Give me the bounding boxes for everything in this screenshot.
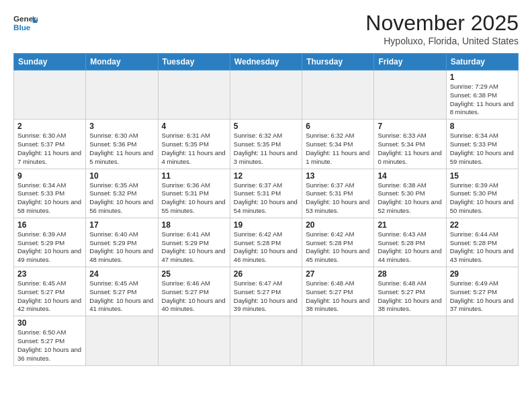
month-title: November 2025 [365, 11, 519, 36]
page: General Blue November 2025 Hypoluxo, Flo… [0, 0, 532, 373]
day-info: Sunrise: 6:42 AM Sunset: 5:28 PM Dayligh… [306, 230, 370, 265]
calendar-table: SundayMondayTuesdayWednesdayThursdayFrid… [13, 53, 519, 366]
day-info: Sunrise: 6:30 AM Sunset: 5:37 PM Dayligh… [17, 132, 82, 166]
calendar-cell: 29Sunrise: 6:49 AM Sunset: 5:27 PM Dayli… [446, 267, 518, 316]
day-info: Sunrise: 6:39 AM Sunset: 5:30 PM Dayligh… [450, 181, 515, 216]
calendar-cell [158, 71, 230, 120]
calendar-cell [14, 71, 86, 120]
day-info: Sunrise: 6:48 AM Sunset: 5:27 PM Dayligh… [378, 279, 442, 314]
day-number: 11 [162, 171, 226, 181]
calendar-cell: 19Sunrise: 6:42 AM Sunset: 5:28 PM Dayli… [230, 218, 302, 267]
day-number: 19 [234, 220, 298, 230]
day-number: 6 [306, 122, 370, 131]
calendar-cell: 16Sunrise: 6:39 AM Sunset: 5:29 PM Dayli… [14, 218, 86, 267]
calendar-cell: 9Sunrise: 6:34 AM Sunset: 5:33 PM Daylig… [14, 169, 86, 218]
day-info: Sunrise: 6:44 AM Sunset: 5:28 PM Dayligh… [450, 230, 515, 265]
calendar-cell [230, 316, 302, 365]
calendar-cell: 10Sunrise: 6:35 AM Sunset: 5:32 PM Dayli… [86, 169, 158, 218]
title-block: November 2025 Hypoluxo, Florida, United … [365, 11, 519, 46]
svg-text:Blue: Blue [13, 23, 31, 32]
logo: General Blue [13, 11, 38, 35]
day-info: Sunrise: 6:48 AM Sunset: 5:27 PM Dayligh… [306, 279, 370, 314]
calendar-week-row: 30Sunrise: 6:50 AM Sunset: 5:27 PM Dayli… [14, 316, 519, 365]
day-number: 4 [162, 122, 226, 131]
day-number: 13 [306, 171, 370, 181]
day-number: 15 [450, 171, 515, 181]
day-number: 12 [234, 171, 298, 181]
day-number: 25 [162, 269, 226, 279]
calendar-cell: 15Sunrise: 6:39 AM Sunset: 5:30 PM Dayli… [446, 169, 518, 218]
day-info: Sunrise: 6:49 AM Sunset: 5:27 PM Dayligh… [450, 279, 515, 314]
day-info: Sunrise: 6:43 AM Sunset: 5:28 PM Dayligh… [378, 230, 442, 265]
day-number: 17 [89, 220, 154, 230]
calendar-cell [86, 316, 158, 365]
logo-icon: General Blue [13, 11, 38, 35]
calendar-cell [302, 71, 374, 120]
weekday-header-sunday: Sunday [14, 54, 86, 71]
calendar-cell: 26Sunrise: 6:47 AM Sunset: 5:27 PM Dayli… [230, 267, 302, 316]
day-number: 16 [17, 220, 82, 230]
calendar-week-row: 23Sunrise: 6:45 AM Sunset: 5:27 PM Dayli… [14, 267, 519, 316]
calendar-week-row: 2Sunrise: 6:30 AM Sunset: 5:37 PM Daylig… [14, 120, 519, 169]
location-subtitle: Hypoluxo, Florida, United States [365, 36, 519, 46]
day-number: 26 [234, 269, 298, 279]
weekday-header-thursday: Thursday [302, 54, 374, 71]
header: General Blue November 2025 Hypoluxo, Flo… [13, 11, 519, 46]
day-info: Sunrise: 6:42 AM Sunset: 5:28 PM Dayligh… [234, 230, 298, 265]
day-info: Sunrise: 6:50 AM Sunset: 5:27 PM Dayligh… [17, 328, 82, 363]
day-info: Sunrise: 6:40 AM Sunset: 5:29 PM Dayligh… [89, 230, 154, 265]
calendar-cell: 30Sunrise: 6:50 AM Sunset: 5:27 PM Dayli… [14, 316, 86, 365]
day-info: Sunrise: 6:37 AM Sunset: 5:31 PM Dayligh… [306, 181, 370, 216]
calendar-cell: 2Sunrise: 6:30 AM Sunset: 5:37 PM Daylig… [14, 120, 86, 169]
day-number: 10 [89, 171, 154, 181]
day-number: 30 [17, 318, 82, 328]
calendar-cell [86, 71, 158, 120]
weekday-header-wednesday: Wednesday [230, 54, 302, 71]
day-info: Sunrise: 6:32 AM Sunset: 5:35 PM Dayligh… [234, 132, 298, 166]
calendar-cell: 5Sunrise: 6:32 AM Sunset: 5:35 PM Daylig… [230, 120, 302, 169]
calendar-cell: 27Sunrise: 6:48 AM Sunset: 5:27 PM Dayli… [302, 267, 374, 316]
calendar-cell: 11Sunrise: 6:36 AM Sunset: 5:31 PM Dayli… [158, 169, 230, 218]
day-number: 1 [450, 73, 515, 82]
weekday-header-saturday: Saturday [446, 54, 518, 71]
day-info: Sunrise: 6:34 AM Sunset: 5:33 PM Dayligh… [450, 132, 515, 166]
calendar-week-row: 9Sunrise: 6:34 AM Sunset: 5:33 PM Daylig… [14, 169, 519, 218]
day-number: 21 [378, 220, 442, 230]
calendar-cell: 7Sunrise: 6:33 AM Sunset: 5:34 PM Daylig… [374, 120, 446, 169]
calendar-cell: 12Sunrise: 6:37 AM Sunset: 5:31 PM Dayli… [230, 169, 302, 218]
day-info: Sunrise: 6:36 AM Sunset: 5:31 PM Dayligh… [162, 181, 226, 216]
calendar-cell: 17Sunrise: 6:40 AM Sunset: 5:29 PM Dayli… [86, 218, 158, 267]
calendar-cell: 13Sunrise: 6:37 AM Sunset: 5:31 PM Dayli… [302, 169, 374, 218]
calendar-cell: 24Sunrise: 6:45 AM Sunset: 5:27 PM Dayli… [86, 267, 158, 316]
day-info: Sunrise: 6:45 AM Sunset: 5:27 PM Dayligh… [89, 279, 154, 314]
calendar-cell: 25Sunrise: 6:46 AM Sunset: 5:27 PM Dayli… [158, 267, 230, 316]
weekday-header-row: SundayMondayTuesdayWednesdayThursdayFrid… [14, 54, 519, 71]
day-info: Sunrise: 7:29 AM Sunset: 6:38 PM Dayligh… [450, 83, 515, 117]
day-info: Sunrise: 6:37 AM Sunset: 5:31 PM Dayligh… [234, 181, 298, 216]
day-info: Sunrise: 6:33 AM Sunset: 5:34 PM Dayligh… [378, 132, 442, 166]
day-number: 18 [162, 220, 226, 230]
day-info: Sunrise: 6:46 AM Sunset: 5:27 PM Dayligh… [162, 279, 226, 314]
day-number: 3 [89, 122, 154, 131]
calendar-cell: 28Sunrise: 6:48 AM Sunset: 5:27 PM Dayli… [374, 267, 446, 316]
calendar-cell: 23Sunrise: 6:45 AM Sunset: 5:27 PM Dayli… [14, 267, 86, 316]
calendar-cell [374, 316, 446, 365]
calendar-cell [302, 316, 374, 365]
day-info: Sunrise: 6:35 AM Sunset: 5:32 PM Dayligh… [89, 181, 154, 216]
day-info: Sunrise: 6:47 AM Sunset: 5:27 PM Dayligh… [234, 279, 298, 314]
calendar-cell: 4Sunrise: 6:31 AM Sunset: 5:35 PM Daylig… [158, 120, 230, 169]
day-number: 22 [450, 220, 515, 230]
day-number: 9 [17, 171, 82, 181]
calendar-cell: 8Sunrise: 6:34 AM Sunset: 5:33 PM Daylig… [446, 120, 518, 169]
day-info: Sunrise: 6:32 AM Sunset: 5:34 PM Dayligh… [306, 132, 370, 166]
calendar-cell: 14Sunrise: 6:38 AM Sunset: 5:30 PM Dayli… [374, 169, 446, 218]
day-info: Sunrise: 6:31 AM Sunset: 5:35 PM Dayligh… [162, 132, 226, 166]
calendar-cell: 3Sunrise: 6:30 AM Sunset: 5:36 PM Daylig… [86, 120, 158, 169]
day-number: 14 [378, 171, 442, 181]
day-number: 28 [378, 269, 442, 279]
calendar-week-row: 16Sunrise: 6:39 AM Sunset: 5:29 PM Dayli… [14, 218, 519, 267]
day-number: 20 [306, 220, 370, 230]
day-info: Sunrise: 6:34 AM Sunset: 5:33 PM Dayligh… [17, 181, 82, 216]
weekday-header-friday: Friday [374, 54, 446, 71]
day-number: 24 [89, 269, 154, 279]
